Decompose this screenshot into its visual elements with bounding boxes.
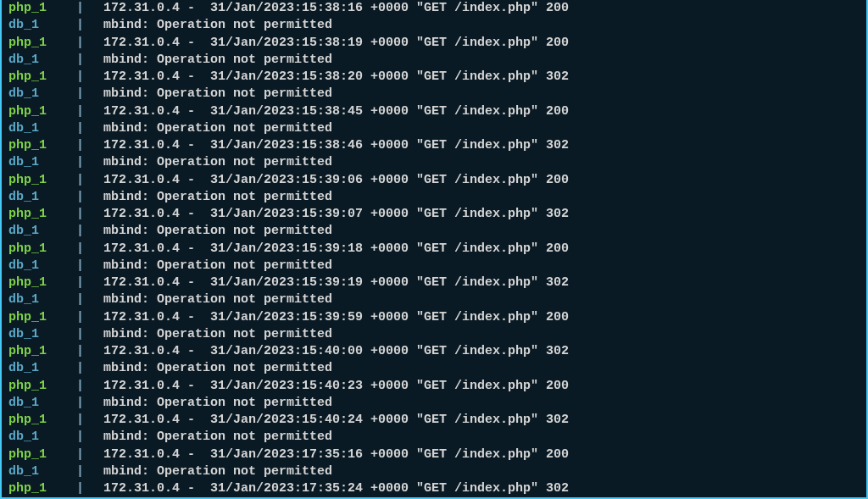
log-message: mbind: Operation not permitted: [103, 395, 332, 412]
log-separator: |: [76, 189, 103, 206]
log-separator: |: [76, 446, 103, 463]
log-separator: |: [76, 69, 103, 86]
terminal-output[interactable]: php_1| 172.31.0.4 - 31/Jan/2023:15:38:16…: [2, 0, 866, 499]
log-separator: |: [76, 35, 103, 52]
log-line: db_1| mbind: Operation not permitted: [8, 360, 860, 377]
log-line: php_1| 172.31.0.4 - 31/Jan/2023:15:38:45…: [8, 103, 860, 120]
log-line: db_1| mbind: Operation not permitted: [8, 291, 860, 308]
log-line: php_1| 172.31.0.4 - 31/Jan/2023:15:38:46…: [8, 137, 860, 154]
log-line: db_1| mbind: Operation not permitted: [8, 86, 860, 103]
log-source: db_1: [8, 86, 76, 103]
log-message: mbind: Operation not permitted: [103, 326, 332, 343]
log-source: php_1: [8, 35, 76, 52]
log-separator: |: [76, 137, 103, 154]
log-message: 172.31.0.4 - 31/Jan/2023:15:38:45 +0000 …: [103, 103, 569, 120]
log-line: php_1| 172.31.0.4 - 31/Jan/2023:15:39:19…: [8, 274, 860, 291]
log-line: php_1| 172.31.0.4 - 31/Jan/2023:17:35:24…: [8, 480, 860, 497]
log-line: php_1| 172.31.0.4 - 31/Jan/2023:15:39:06…: [8, 172, 860, 189]
log-separator: |: [76, 480, 103, 497]
log-source: php_1: [8, 137, 76, 154]
log-separator: |: [76, 206, 103, 223]
log-message: 172.31.0.4 - 31/Jan/2023:15:40:24 +0000 …: [103, 412, 569, 429]
log-message: 172.31.0.4 - 31/Jan/2023:15:39:07 +0000 …: [103, 206, 569, 223]
log-line: db_1| mbind: Operation not permitted: [8, 326, 860, 343]
log-line: db_1| mbind: Operation not permitted: [8, 223, 860, 240]
log-source: php_1: [8, 412, 76, 429]
log-message: mbind: Operation not permitted: [103, 120, 332, 137]
log-line: php_1| 172.31.0.4 - 31/Jan/2023:17:35:16…: [8, 446, 860, 463]
log-line: php_1| 172.31.0.4 - 31/Jan/2023:15:39:07…: [8, 206, 860, 223]
log-separator: |: [76, 103, 103, 120]
log-source: db_1: [8, 189, 76, 206]
log-separator: |: [76, 429, 103, 446]
log-message: 172.31.0.4 - 31/Jan/2023:15:38:46 +0000 …: [103, 137, 569, 154]
log-separator: |: [76, 241, 103, 258]
log-separator: |: [76, 343, 103, 360]
log-message: mbind: Operation not permitted: [103, 86, 332, 103]
log-line: db_1| mbind: Operation not permitted: [8, 154, 860, 171]
log-separator: |: [76, 274, 103, 291]
log-message: mbind: Operation not permitted: [103, 258, 332, 274]
log-separator: |: [76, 291, 103, 308]
log-separator: |: [76, 309, 103, 326]
log-source: db_1: [8, 223, 76, 240]
log-source: db_1: [8, 429, 76, 446]
log-source: php_1: [8, 446, 76, 463]
log-source: php_1: [8, 69, 76, 86]
log-source: php_1: [8, 103, 76, 120]
log-separator: |: [76, 0, 103, 17]
log-separator: |: [76, 326, 103, 343]
log-separator: |: [76, 412, 103, 429]
log-source: db_1: [8, 291, 76, 308]
log-message: 172.31.0.4 - 31/Jan/2023:15:40:00 +0000 …: [103, 343, 569, 360]
log-line: php_1| 172.31.0.4 - 31/Jan/2023:15:38:16…: [8, 0, 860, 17]
log-source: php_1: [8, 0, 76, 17]
log-separator: |: [76, 360, 103, 377]
log-line: db_1| mbind: Operation not permitted: [8, 52, 860, 69]
log-separator: |: [76, 172, 103, 189]
log-message: 172.31.0.4 - 31/Jan/2023:15:38:20 +0000 …: [103, 69, 569, 86]
log-source: php_1: [8, 480, 76, 497]
log-source: db_1: [8, 258, 76, 274]
log-message: mbind: Operation not permitted: [103, 154, 332, 171]
log-source: php_1: [8, 309, 76, 326]
log-message: 172.31.0.4 - 31/Jan/2023:15:39:59 +0000 …: [103, 309, 569, 326]
log-separator: |: [76, 395, 103, 412]
log-source: php_1: [8, 274, 76, 291]
log-source: db_1: [8, 360, 76, 377]
log-message: 172.31.0.4 - 31/Jan/2023:15:38:16 +0000 …: [103, 0, 569, 17]
log-line: php_1| 172.31.0.4 - 31/Jan/2023:15:40:00…: [8, 343, 860, 360]
log-source: db_1: [8, 154, 76, 171]
log-separator: |: [76, 258, 103, 274]
log-message: 172.31.0.4 - 31/Jan/2023:15:40:23 +0000 …: [103, 378, 569, 395]
log-source: db_1: [8, 463, 76, 480]
log-source: php_1: [8, 241, 76, 258]
log-line: php_1| 172.31.0.4 - 31/Jan/2023:15:40:23…: [8, 378, 860, 395]
log-separator: |: [76, 17, 103, 34]
log-source: db_1: [8, 52, 76, 69]
log-message: 172.31.0.4 - 31/Jan/2023:15:39:18 +0000 …: [103, 241, 569, 258]
log-message: 172.31.0.4 - 31/Jan/2023:17:35:24 +0000 …: [103, 480, 569, 497]
log-separator: |: [76, 86, 103, 103]
log-source: php_1: [8, 343, 76, 360]
log-line: db_1| mbind: Operation not permitted: [8, 17, 860, 34]
log-message: mbind: Operation not permitted: [103, 291, 332, 308]
log-line: db_1| mbind: Operation not permitted: [8, 189, 860, 206]
log-line: php_1| 172.31.0.4 - 31/Jan/2023:15:39:59…: [8, 309, 860, 326]
log-line: db_1| mbind: Operation not permitted: [8, 258, 860, 274]
log-message: 172.31.0.4 - 31/Jan/2023:15:39:19 +0000 …: [103, 274, 569, 291]
log-message: mbind: Operation not permitted: [103, 17, 332, 34]
log-message: mbind: Operation not permitted: [103, 463, 332, 480]
log-separator: |: [76, 52, 103, 69]
log-line: db_1| mbind: Operation not permitted: [8, 463, 860, 480]
log-line: db_1| mbind: Operation not permitted: [8, 395, 860, 412]
log-line: db_1| mbind: Operation not permitted: [8, 120, 860, 137]
log-source: php_1: [8, 206, 76, 223]
log-source: db_1: [8, 326, 76, 343]
log-separator: |: [76, 120, 103, 137]
log-line: php_1| 172.31.0.4 - 31/Jan/2023:15:39:18…: [8, 241, 860, 258]
log-line: php_1| 172.31.0.4 - 31/Jan/2023:15:38:20…: [8, 69, 860, 86]
log-source: db_1: [8, 120, 76, 137]
log-message: 172.31.0.4 - 31/Jan/2023:15:39:06 +0000 …: [103, 172, 569, 189]
log-source: php_1: [8, 378, 76, 395]
